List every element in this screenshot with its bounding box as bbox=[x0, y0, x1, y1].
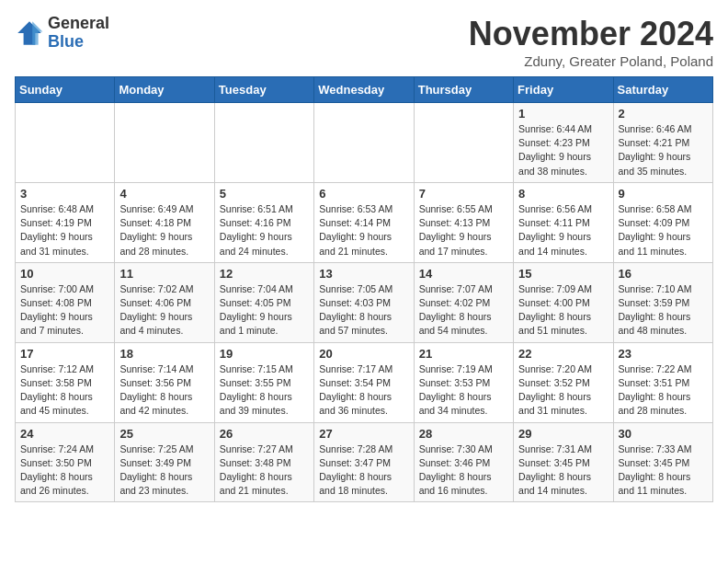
day-number: 6 bbox=[319, 187, 408, 201]
day-number: 1 bbox=[518, 107, 608, 121]
month-title: November 2024 bbox=[469, 15, 713, 53]
day-number: 24 bbox=[20, 427, 109, 441]
day-info: Sunrise: 7:05 AM Sunset: 4:03 PM Dayligh… bbox=[319, 282, 408, 339]
day-info: Sunrise: 6:53 AM Sunset: 4:14 PM Dayligh… bbox=[319, 202, 408, 259]
col-tuesday: Tuesday bbox=[214, 77, 313, 103]
calendar-cell: 24Sunrise: 7:24 AM Sunset: 3:50 PM Dayli… bbox=[16, 422, 115, 502]
day-number: 26 bbox=[220, 427, 309, 441]
page-header: General Blue November 2024 Zduny, Greate… bbox=[15, 15, 713, 69]
day-info: Sunrise: 7:00 AM Sunset: 4:08 PM Dayligh… bbox=[20, 282, 109, 339]
calendar-cell: 14Sunrise: 7:07 AM Sunset: 4:02 PM Dayli… bbox=[414, 262, 513, 342]
day-info: Sunrise: 7:04 AM Sunset: 4:05 PM Dayligh… bbox=[220, 282, 309, 339]
day-info: Sunrise: 7:25 AM Sunset: 3:49 PM Dayligh… bbox=[119, 442, 209, 499]
calendar-cell: 20Sunrise: 7:17 AM Sunset: 3:54 PM Dayli… bbox=[314, 342, 414, 422]
day-info: Sunrise: 7:27 AM Sunset: 3:48 PM Dayligh… bbox=[220, 442, 309, 499]
col-monday: Monday bbox=[115, 77, 214, 103]
day-number: 11 bbox=[119, 267, 209, 281]
calendar-cell bbox=[314, 103, 414, 183]
calendar-cell: 8Sunrise: 6:56 AM Sunset: 4:11 PM Daylig… bbox=[514, 182, 613, 262]
calendar-header: Sunday Monday Tuesday Wednesday Thursday… bbox=[16, 77, 713, 103]
day-info: Sunrise: 6:51 AM Sunset: 4:16 PM Dayligh… bbox=[220, 202, 309, 259]
col-sunday: Sunday bbox=[16, 77, 115, 103]
calendar-week-3: 10Sunrise: 7:00 AM Sunset: 4:08 PM Dayli… bbox=[16, 262, 713, 342]
day-number: 23 bbox=[619, 347, 708, 361]
calendar-cell: 4Sunrise: 6:49 AM Sunset: 4:18 PM Daylig… bbox=[115, 182, 214, 262]
calendar-cell: 13Sunrise: 7:05 AM Sunset: 4:03 PM Dayli… bbox=[314, 262, 414, 342]
day-number: 5 bbox=[220, 187, 309, 201]
day-info: Sunrise: 6:58 AM Sunset: 4:09 PM Dayligh… bbox=[619, 202, 708, 259]
col-wednesday: Wednesday bbox=[314, 77, 414, 103]
calendar-cell: 3Sunrise: 6:48 AM Sunset: 4:19 PM Daylig… bbox=[16, 182, 115, 262]
calendar-cell: 27Sunrise: 7:28 AM Sunset: 3:47 PM Dayli… bbox=[314, 422, 414, 502]
day-number: 12 bbox=[220, 267, 309, 281]
day-info: Sunrise: 7:33 AM Sunset: 3:45 PM Dayligh… bbox=[619, 442, 708, 499]
calendar-cell: 22Sunrise: 7:20 AM Sunset: 3:52 PM Dayli… bbox=[514, 342, 613, 422]
day-info: Sunrise: 7:10 AM Sunset: 3:59 PM Dayligh… bbox=[619, 282, 708, 339]
day-info: Sunrise: 7:22 AM Sunset: 3:51 PM Dayligh… bbox=[619, 362, 708, 419]
day-number: 30 bbox=[619, 427, 708, 441]
day-number: 20 bbox=[319, 347, 408, 361]
day-info: Sunrise: 7:14 AM Sunset: 3:56 PM Dayligh… bbox=[119, 362, 209, 419]
day-info: Sunrise: 7:20 AM Sunset: 3:52 PM Dayligh… bbox=[518, 362, 608, 419]
day-number: 21 bbox=[419, 347, 508, 361]
day-number: 16 bbox=[619, 267, 708, 281]
calendar-cell: 15Sunrise: 7:09 AM Sunset: 4:00 PM Dayli… bbox=[514, 262, 613, 342]
day-info: Sunrise: 7:30 AM Sunset: 3:46 PM Dayligh… bbox=[419, 442, 508, 499]
day-number: 18 bbox=[119, 347, 209, 361]
calendar-cell: 12Sunrise: 7:04 AM Sunset: 4:05 PM Dayli… bbox=[214, 262, 313, 342]
day-number: 17 bbox=[20, 347, 109, 361]
day-info: Sunrise: 6:56 AM Sunset: 4:11 PM Dayligh… bbox=[518, 202, 608, 259]
day-number: 25 bbox=[119, 427, 209, 441]
header-row: Sunday Monday Tuesday Wednesday Thursday… bbox=[16, 77, 713, 103]
logo-general: General bbox=[48, 15, 109, 33]
day-number: 28 bbox=[419, 427, 508, 441]
calendar-cell: 5Sunrise: 6:51 AM Sunset: 4:16 PM Daylig… bbox=[214, 182, 313, 262]
calendar-week-1: 1Sunrise: 6:44 AM Sunset: 4:23 PM Daylig… bbox=[16, 103, 713, 183]
calendar-cell: 17Sunrise: 7:12 AM Sunset: 3:58 PM Dayli… bbox=[16, 342, 115, 422]
day-number: 10 bbox=[20, 267, 109, 281]
calendar-cell: 7Sunrise: 6:55 AM Sunset: 4:13 PM Daylig… bbox=[414, 182, 513, 262]
day-info: Sunrise: 7:09 AM Sunset: 4:00 PM Dayligh… bbox=[518, 282, 608, 339]
calendar-cell: 1Sunrise: 6:44 AM Sunset: 4:23 PM Daylig… bbox=[514, 103, 613, 183]
day-info: Sunrise: 6:46 AM Sunset: 4:21 PM Dayligh… bbox=[619, 122, 708, 178]
day-number: 2 bbox=[619, 107, 708, 121]
day-info: Sunrise: 6:49 AM Sunset: 4:18 PM Dayligh… bbox=[119, 202, 209, 259]
day-info: Sunrise: 6:55 AM Sunset: 4:13 PM Dayligh… bbox=[419, 202, 508, 259]
day-info: Sunrise: 7:31 AM Sunset: 3:45 PM Dayligh… bbox=[518, 442, 608, 499]
day-info: Sunrise: 6:48 AM Sunset: 4:19 PM Dayligh… bbox=[20, 202, 109, 259]
calendar-cell: 16Sunrise: 7:10 AM Sunset: 3:59 PM Dayli… bbox=[613, 262, 712, 342]
logo-icon bbox=[15, 18, 44, 48]
day-number: 22 bbox=[518, 347, 608, 361]
calendar-cell: 21Sunrise: 7:19 AM Sunset: 3:53 PM Dayli… bbox=[414, 342, 513, 422]
day-info: Sunrise: 7:15 AM Sunset: 3:55 PM Dayligh… bbox=[220, 362, 309, 419]
calendar-cell: 19Sunrise: 7:15 AM Sunset: 3:55 PM Dayli… bbox=[214, 342, 313, 422]
day-info: Sunrise: 7:24 AM Sunset: 3:50 PM Dayligh… bbox=[20, 442, 109, 499]
col-friday: Friday bbox=[514, 77, 613, 103]
day-number: 3 bbox=[20, 187, 109, 201]
calendar-cell bbox=[214, 103, 313, 183]
calendar-week-2: 3Sunrise: 6:48 AM Sunset: 4:19 PM Daylig… bbox=[16, 182, 713, 262]
col-saturday: Saturday bbox=[613, 77, 712, 103]
calendar-cell: 23Sunrise: 7:22 AM Sunset: 3:51 PM Dayli… bbox=[613, 342, 712, 422]
calendar-week-5: 24Sunrise: 7:24 AM Sunset: 3:50 PM Dayli… bbox=[16, 422, 713, 502]
day-number: 19 bbox=[220, 347, 309, 361]
day-number: 15 bbox=[518, 267, 608, 281]
calendar-cell: 29Sunrise: 7:31 AM Sunset: 3:45 PM Dayli… bbox=[514, 422, 613, 502]
day-info: Sunrise: 7:19 AM Sunset: 3:53 PM Dayligh… bbox=[419, 362, 508, 419]
day-number: 14 bbox=[419, 267, 508, 281]
day-number: 29 bbox=[518, 427, 608, 441]
day-info: Sunrise: 7:12 AM Sunset: 3:58 PM Dayligh… bbox=[20, 362, 109, 419]
day-number: 13 bbox=[319, 267, 408, 281]
day-info: Sunrise: 7:28 AM Sunset: 3:47 PM Dayligh… bbox=[319, 442, 408, 499]
day-info: Sunrise: 6:44 AM Sunset: 4:23 PM Dayligh… bbox=[518, 122, 608, 178]
col-thursday: Thursday bbox=[414, 77, 513, 103]
calendar-cell: 9Sunrise: 6:58 AM Sunset: 4:09 PM Daylig… bbox=[613, 182, 712, 262]
title-block: November 2024 Zduny, Greater Poland, Pol… bbox=[469, 15, 713, 69]
calendar-cell: 25Sunrise: 7:25 AM Sunset: 3:49 PM Dayli… bbox=[115, 422, 214, 502]
calendar-cell: 18Sunrise: 7:14 AM Sunset: 3:56 PM Dayli… bbox=[115, 342, 214, 422]
calendar-cell: 2Sunrise: 6:46 AM Sunset: 4:21 PM Daylig… bbox=[613, 103, 712, 183]
logo: General Blue bbox=[15, 15, 109, 52]
logo-blue: Blue bbox=[48, 33, 109, 52]
location: Zduny, Greater Poland, Poland bbox=[469, 53, 713, 69]
calendar-body: 1Sunrise: 6:44 AM Sunset: 4:23 PM Daylig… bbox=[16, 103, 713, 502]
